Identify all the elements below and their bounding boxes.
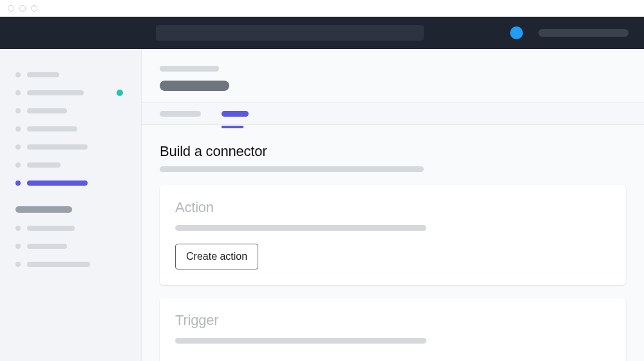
sidebar-group-secondary [15, 206, 126, 269]
tabs [142, 102, 644, 125]
sidebar-item[interactable] [15, 142, 126, 152]
card-trigger-description [175, 338, 426, 344]
sidebar-item[interactable] [15, 259, 126, 269]
topbar-account-label [538, 29, 629, 37]
sidebar-item-active[interactable] [15, 178, 126, 188]
status-dot-icon [117, 90, 123, 96]
topbar-right [510, 26, 629, 39]
sidebar-item[interactable] [15, 88, 126, 98]
search-input[interactable] [156, 25, 424, 41]
sidebar-item[interactable] [15, 223, 126, 233]
tab[interactable] [160, 111, 201, 117]
sidebar-group-header [15, 206, 72, 213]
section-description [160, 166, 424, 172]
card-trigger-title: Trigger [175, 312, 611, 329]
tab-active[interactable] [222, 111, 249, 117]
sidebar-item[interactable] [15, 160, 126, 170]
main: Build a connector Action Create action T… [142, 49, 644, 361]
content: Build a connector Action Create action T… [142, 125, 644, 361]
sidebar [0, 49, 142, 361]
section-header: Build a connector [160, 143, 626, 172]
window-close-icon[interactable] [8, 5, 14, 12]
sidebar-item[interactable] [15, 241, 126, 251]
topbar [0, 17, 644, 49]
section-title: Build a connector [160, 143, 626, 160]
app-window: Build a connector Action Create action T… [0, 0, 644, 361]
card-action-description [175, 225, 426, 231]
window-maximize-icon[interactable] [31, 5, 37, 12]
window-minimize-icon[interactable] [19, 5, 26, 12]
avatar[interactable] [510, 26, 523, 39]
sidebar-item[interactable] [15, 106, 126, 116]
page-title [160, 81, 229, 91]
sidebar-group-primary [15, 70, 126, 188]
card-trigger: Trigger . [160, 298, 626, 361]
card-action: Action Create action [160, 185, 626, 285]
body: Build a connector Action Create action T… [0, 49, 644, 361]
sidebar-item[interactable] [15, 70, 126, 80]
breadcrumb [160, 66, 219, 72]
page-header [142, 49, 644, 102]
window-chrome [0, 0, 644, 17]
card-action-title: Action [175, 199, 611, 216]
create-action-button[interactable]: Create action [175, 244, 258, 269]
sidebar-item[interactable] [15, 124, 126, 134]
